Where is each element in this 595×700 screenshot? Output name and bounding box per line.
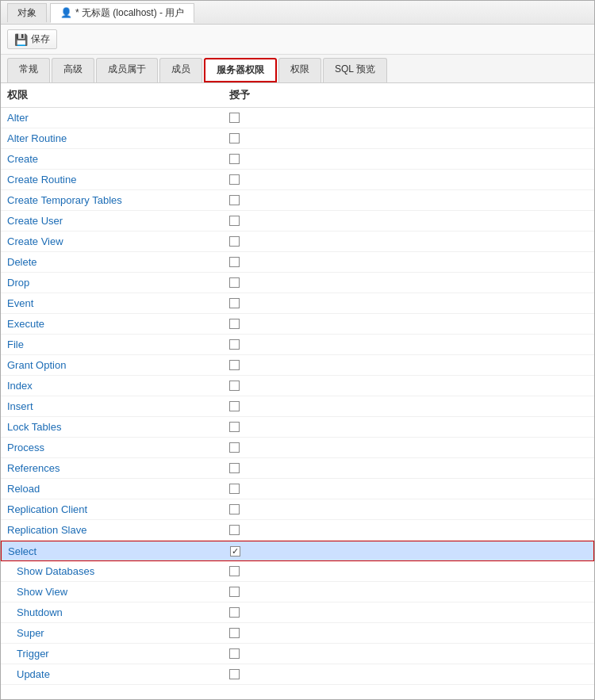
privilege-checkbox[interactable] <box>229 484 240 494</box>
tabs-container: 常规 高级 成员属于 成员 服务器权限 权限 SQL 预览 <box>1 55 594 83</box>
tab-member-of[interactable]: 成员属于 <box>96 58 158 82</box>
table-row[interactable]: Grant Option <box>1 355 594 376</box>
tab-server-privs[interactable]: 服务器权限 <box>204 58 277 82</box>
save-button[interactable]: 💾 保存 <box>7 29 57 49</box>
table-row[interactable]: Execute <box>1 314 594 335</box>
grant-cell <box>229 484 293 494</box>
table-row[interactable]: Drop <box>1 273 594 293</box>
grant-cell <box>229 277 293 288</box>
privilege-checkbox[interactable] <box>229 525 240 535</box>
table-row[interactable]: Alter Routine <box>1 128 594 149</box>
privilege-name: Super <box>7 627 229 639</box>
grant-cell <box>229 319 293 329</box>
privilege-name: Replication Client <box>7 503 229 515</box>
privilege-checkbox[interactable] <box>229 401 240 411</box>
table-row[interactable]: Create User <box>1 211 594 231</box>
tab-members[interactable]: 成员 <box>159 58 202 82</box>
privilege-checkbox[interactable] <box>229 174 240 185</box>
table-row[interactable]: Show View <box>1 582 594 602</box>
grant-cell <box>229 216 293 226</box>
header-privilege: 权限 <box>7 88 229 102</box>
privilege-checkbox[interactable] <box>229 607 240 618</box>
privilege-name: Lock Tables <box>7 421 229 433</box>
privilege-table-body: AlterAlter RoutineCreateCreate RoutineCr… <box>1 108 594 685</box>
privilege-name: References <box>7 462 229 474</box>
table-row[interactable]: Select✓ <box>1 541 594 561</box>
privilege-name: Create <box>7 153 229 165</box>
header-grant: 授予 <box>229 88 293 102</box>
user-icon: 👤 <box>60 7 72 18</box>
privilege-checkbox[interactable] <box>229 669 240 679</box>
table-row[interactable]: References <box>1 458 594 479</box>
grant-cell <box>229 195 293 205</box>
privilege-checkbox[interactable] <box>229 133 240 143</box>
table-row[interactable]: Reload <box>1 479 594 499</box>
grant-cell <box>229 154 293 164</box>
privilege-checkbox[interactable] <box>229 587 240 597</box>
privilege-checkbox[interactable] <box>229 216 240 226</box>
table-row[interactable]: Alter <box>1 108 594 128</box>
grant-cell <box>229 607 293 618</box>
privilege-checkbox[interactable] <box>229 339 240 350</box>
grant-cell <box>229 669 293 679</box>
table-row[interactable]: Process <box>1 438 594 458</box>
privilege-checkbox[interactable] <box>229 277 240 288</box>
table-row[interactable]: Insert <box>1 396 594 417</box>
privilege-checkbox[interactable] <box>229 257 240 267</box>
table-row[interactable]: Create Routine <box>1 170 594 190</box>
table-row[interactable]: Delete <box>1 252 594 273</box>
table-row[interactable]: File <box>1 335 594 355</box>
grant-cell <box>229 113 293 123</box>
privilege-checkbox[interactable] <box>229 154 240 164</box>
grant-cell <box>229 566 293 576</box>
privilege-checkbox[interactable] <box>229 628 240 638</box>
privilege-checkbox[interactable] <box>229 648 240 659</box>
privilege-name: File <box>7 339 229 350</box>
privilege-checkbox[interactable] <box>229 360 240 370</box>
grant-cell <box>229 236 293 247</box>
privilege-checkbox[interactable] <box>229 319 240 329</box>
table-row[interactable]: Create <box>1 149 594 170</box>
privilege-checkbox[interactable]: ✓ <box>230 546 240 557</box>
grant-cell <box>229 339 293 350</box>
tab-sql-preview[interactable]: SQL 预览 <box>323 58 387 82</box>
table-row[interactable]: Trigger <box>1 644 594 664</box>
tab-main-active[interactable]: 👤 * 无标题 (localhost) - 用户 <box>50 3 194 23</box>
privilege-name: Create View <box>7 235 229 247</box>
privilege-name: Delete <box>7 256 229 268</box>
table-row[interactable]: Super <box>1 623 594 644</box>
privilege-name: Create Routine <box>7 174 229 186</box>
table-row[interactable]: Lock Tables <box>1 417 594 438</box>
table-row[interactable]: Index <box>1 376 594 396</box>
privilege-name: Trigger <box>7 648 229 660</box>
table-row[interactable]: Create View <box>1 231 594 252</box>
privilege-checkbox[interactable] <box>229 195 240 205</box>
privilege-checkbox[interactable] <box>229 236 240 247</box>
grant-cell <box>229 174 293 185</box>
table-row[interactable]: Update <box>1 664 594 685</box>
grant-cell <box>229 525 293 535</box>
privilege-checkbox[interactable] <box>229 422 240 432</box>
table-row[interactable]: Replication Slave <box>1 520 594 541</box>
table-row[interactable]: Replication Client <box>1 499 594 520</box>
grant-cell <box>229 257 293 267</box>
privilege-checkbox[interactable] <box>229 504 240 514</box>
tab-object[interactable]: 对象 <box>7 3 47 22</box>
table-row[interactable]: Show Databases <box>1 561 594 582</box>
grant-cell <box>229 463 293 473</box>
tab-privs[interactable]: 权限 <box>278 58 321 82</box>
table-row[interactable]: Create Temporary Tables <box>1 190 594 211</box>
privilege-name: Create Temporary Tables <box>7 194 229 206</box>
tab-advanced[interactable]: 高级 <box>52 58 94 82</box>
tab-regular[interactable]: 常规 <box>7 58 50 82</box>
privilege-checkbox[interactable] <box>229 113 240 123</box>
privilege-checkbox[interactable] <box>229 298 240 308</box>
table-row[interactable]: Shutdown <box>1 602 594 623</box>
table-row[interactable]: Event <box>1 293 594 314</box>
privilege-checkbox[interactable] <box>229 463 240 473</box>
grant-cell: ✓ <box>230 546 294 557</box>
privilege-checkbox[interactable] <box>229 381 240 391</box>
privilege-checkbox[interactable] <box>229 566 240 576</box>
title-bar: 对象 👤 * 无标题 (localhost) - 用户 <box>1 1 594 25</box>
privilege-checkbox[interactable] <box>229 442 240 453</box>
